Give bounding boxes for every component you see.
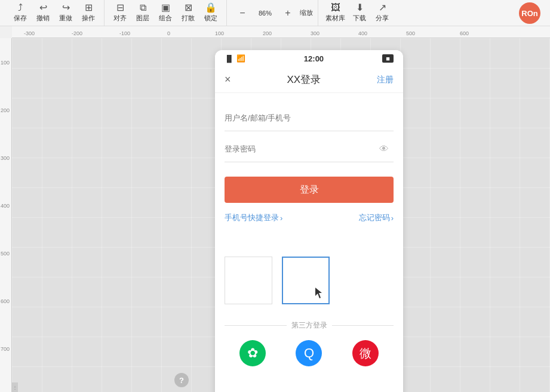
zoom-out-button[interactable]: −	[232, 7, 253, 19]
download-label: 下载	[353, 14, 366, 23]
v-tick-600: 600	[1, 298, 10, 304]
v-tick-400: 400	[1, 203, 10, 209]
download-icon: ⬇	[356, 3, 364, 13]
operate-button[interactable]: ⊞ 操作	[78, 2, 99, 24]
lock-icon: 🔒	[205, 3, 217, 13]
register-button[interactable]: 注册	[377, 75, 394, 85]
qr-box-selected[interactable]	[282, 257, 330, 304]
eye-icon[interactable]: 👁	[379, 144, 389, 155]
redo-label: 重做	[59, 14, 72, 23]
ruler-tick-200: 200	[263, 30, 272, 36]
operate-icon: ⊞	[85, 3, 93, 13]
toolbar-zoom-group: − 86% + 缩放	[227, 0, 318, 26]
zoom-value-display: 86%	[254, 8, 276, 18]
help-button[interactable]: ?	[174, 373, 189, 387]
assets-label: 素材库	[325, 14, 345, 23]
group-label: 组合	[159, 14, 172, 23]
quick-login-text: 手机号快捷登录	[225, 212, 279, 223]
avatar[interactable]: ROn	[519, 2, 540, 24]
scatter-label: 打散	[182, 14, 195, 23]
canvas-area: ▐▌ 📶 12:00 ■ × XX登录 注册 👁 登录	[12, 38, 550, 392]
forgot-password-link[interactable]: 忘记密码 ›	[359, 212, 394, 223]
save-button[interactable]: ⤴ 保存	[10, 2, 31, 24]
operate-label: 操作	[82, 14, 95, 23]
toolbar-assets-group: 🖼 素材库 ⬇ 下载 ↗ 分享	[318, 0, 398, 26]
username-input[interactable]	[225, 113, 394, 122]
assets-icon: 🖼	[331, 3, 340, 13]
status-time: 12:00	[304, 54, 324, 63]
ruler-tick-500: 500	[406, 30, 415, 36]
signal-icon: ▐▌	[225, 55, 234, 62]
group-button[interactable]: ▣ 组合	[155, 2, 176, 24]
username-input-row	[225, 105, 394, 131]
vertical-ruler: 100 200 300 400 500 600 700	[0, 38, 12, 392]
wifi-icon: 📶	[236, 54, 245, 63]
scatter-button[interactable]: ⊠ 打散	[177, 2, 199, 24]
social-icons: ✿ Q 微	[225, 340, 394, 366]
phone-mockup: ▐▌ 📶 12:00 ■ × XX登录 注册 👁 登录	[215, 50, 403, 392]
password-input[interactable]	[225, 144, 394, 153]
share-icon: ↗	[379, 3, 386, 13]
download-button[interactable]: ⬇ 下载	[349, 2, 370, 24]
qr-section	[215, 247, 403, 314]
v-tick-200: 200	[1, 107, 10, 113]
divider-right	[332, 325, 394, 326]
align-icon: ⊟	[116, 3, 124, 13]
user-area: ROn	[509, 0, 550, 26]
v-tick-300: 300	[1, 155, 10, 161]
third-party-label: 第三方登录	[291, 320, 327, 331]
avatar-initials: ROn	[521, 9, 537, 18]
align-button[interactable]: ⊟ 对齐	[109, 2, 131, 24]
app-title: XX登录	[231, 73, 377, 87]
zoom-in-icon: +	[285, 8, 290, 18]
zoom-label: 缩放	[300, 8, 313, 17]
qr-box-plain	[225, 257, 272, 304]
toolbar-align-group: ⊟ 对齐 ⧉ 图层 ▣ 组合 ⊠ 打散 🔒 锁定	[105, 0, 227, 26]
weibo-login-button[interactable]: 微	[352, 340, 379, 366]
status-left: ▐▌ 📶	[225, 54, 245, 63]
align-label: 对齐	[113, 14, 127, 23]
quick-links: 手机号快捷登录 › 忘记密码 ›	[225, 205, 394, 230]
save-icon: ⤴	[18, 3, 23, 13]
horizontal-ruler: -300 -200 -100 0 100 200 300 400 500 600	[12, 26, 550, 38]
v-tick-700: 700	[1, 346, 10, 352]
zoom-in-button[interactable]: +	[277, 7, 299, 19]
toolbar: ⤴ 保存 ↩ 撤销 ↪ 重做 ⊞ 操作 ⊟ 对齐 ⧉ 图层 ▣ 组合 ⊠	[0, 0, 550, 26]
layer-icon: ⧉	[140, 3, 146, 13]
layer-button[interactable]: ⧉ 图层	[132, 2, 153, 24]
wechat-login-button[interactable]: ✿	[239, 340, 266, 366]
ruler-tick-0: 0	[167, 30, 170, 36]
weibo-icon: 微	[360, 345, 371, 362]
scatter-icon: ⊠	[185, 3, 192, 13]
assets-button[interactable]: 🖼 素材库	[323, 2, 348, 24]
forgot-password-text: 忘记密码	[359, 212, 390, 223]
toolbar-save-group: ⤴ 保存 ↩ 撤销 ↪ 重做 ⊞ 操作	[5, 0, 105, 26]
battery-icon: ■	[382, 54, 394, 63]
ruler-tick-neg100: -100	[119, 30, 130, 36]
wechat-icon: ✿	[247, 345, 258, 361]
quick-login-link[interactable]: 手机号快捷登录 ›	[225, 212, 282, 223]
form-area: 👁 登录 手机号快捷登录 › 忘记密码 ›	[215, 93, 403, 242]
share-button[interactable]: ↗ 分享	[371, 2, 393, 24]
v-tick-500: 500	[1, 251, 10, 257]
ruler-tick-600: 600	[460, 30, 469, 36]
v-tick-100: 100	[1, 60, 10, 66]
qq-icon: Q	[304, 345, 314, 361]
qq-login-button[interactable]: Q	[296, 340, 322, 366]
close-button[interactable]: ×	[225, 73, 231, 86]
redo-button[interactable]: ↪ 重做	[55, 2, 76, 24]
ruler-tick-100: 100	[215, 30, 224, 36]
ruler-tick-neg300: -300	[24, 30, 35, 36]
undo-button[interactable]: ↩ 撤销	[32, 2, 54, 24]
cursor-icon	[315, 288, 324, 298]
panel-resize-handle[interactable]: ⋮	[12, 382, 18, 392]
ruler-tick-300: 300	[311, 30, 319, 36]
lock-label: 锁定	[204, 14, 217, 23]
group-icon: ▣	[161, 3, 170, 13]
app-header: × XX登录 注册	[215, 67, 403, 93]
phone-statusbar: ▐▌ 📶 12:00 ■	[215, 50, 403, 67]
undo-icon: ↩	[39, 3, 47, 13]
login-button[interactable]: 登录	[225, 177, 394, 203]
lock-button[interactable]: 🔒 锁定	[200, 2, 222, 24]
divider-left	[225, 325, 287, 326]
